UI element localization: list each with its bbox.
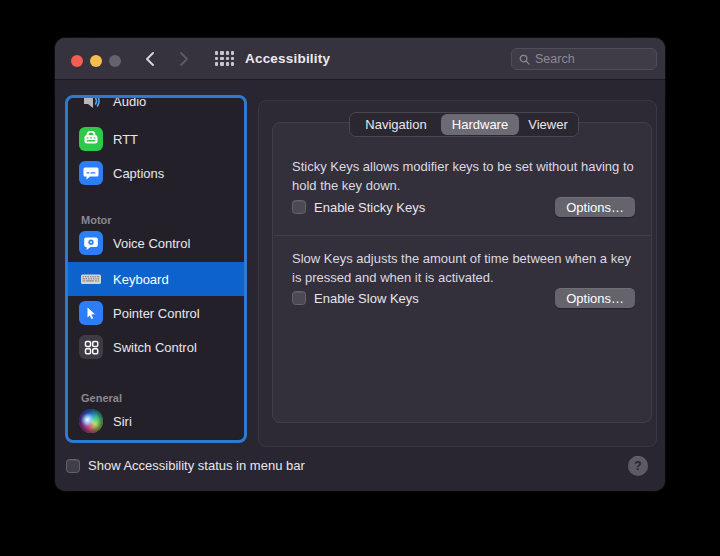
sidebar-item-label: RTT xyxy=(113,132,138,147)
sidebar-item-label: Siri xyxy=(113,414,132,429)
section-divider xyxy=(274,235,650,236)
search-field[interactable] xyxy=(511,48,657,70)
voice-control-icon xyxy=(79,231,103,255)
enable-slow-keys-label: Enable Slow Keys xyxy=(314,291,419,306)
sidebar-item-audio[interactable]: Audio xyxy=(68,95,244,118)
forward-button[interactable] xyxy=(173,49,195,69)
enable-slow-keys-checkbox[interactable] xyxy=(292,291,306,305)
tab-bar: Navigation Hardware Viewer xyxy=(349,112,579,137)
siri-icon xyxy=(79,409,103,433)
sidebar-item-label: Pointer Control xyxy=(113,306,200,321)
titlebar: Accessibility xyxy=(55,38,665,80)
sidebar-section-motor: Motor xyxy=(68,206,244,226)
tab-navigation[interactable]: Navigation xyxy=(351,114,441,135)
sidebar-item-rtt[interactable]: RTT xyxy=(68,122,244,156)
tab-hardware[interactable]: Hardware xyxy=(441,114,519,135)
sidebar-item-voice-control[interactable]: Voice Control xyxy=(68,226,244,260)
help-button[interactable]: ? xyxy=(628,456,648,476)
zoom-window-button-disabled xyxy=(109,55,121,67)
sidebar-item-pointer-control[interactable]: Pointer Control xyxy=(68,296,244,330)
sidebar-item-label: Keyboard xyxy=(113,272,169,287)
sidebar-section-general: General xyxy=(68,384,244,404)
window-title: Accessibility xyxy=(245,51,330,66)
switch-control-icon xyxy=(79,335,103,359)
show-accessibility-status-checkbox[interactable] xyxy=(66,459,80,473)
slow-keys-options-button[interactable]: Options… xyxy=(555,288,635,308)
footer-status-row: Show Accessibility status in menu bar xyxy=(66,458,305,473)
show-accessibility-status-label: Show Accessibility status in menu bar xyxy=(88,458,305,473)
sidebar-item-siri[interactable]: Siri xyxy=(68,404,244,438)
hardware-tab-panel: Sticky Keys allows modifier keys to be s… xyxy=(272,122,652,423)
sidebar-scroll-area: Audio xyxy=(68,98,244,440)
close-window-button[interactable] xyxy=(71,55,83,67)
sidebar-category-list: Audio xyxy=(65,95,247,443)
search-input[interactable] xyxy=(535,52,649,66)
sidebar-item-captions[interactable]: Captions xyxy=(68,156,244,190)
enable-sticky-keys-checkbox[interactable] xyxy=(292,200,306,214)
sticky-keys-row: Enable Sticky Keys Options… xyxy=(292,196,635,218)
show-all-grid-icon[interactable] xyxy=(215,51,234,66)
keyboard-icon xyxy=(79,267,103,291)
slow-keys-row: Enable Slow Keys Options… xyxy=(292,287,635,309)
sticky-keys-options-button[interactable]: Options… xyxy=(555,197,635,217)
captions-icon xyxy=(79,161,103,185)
slow-keys-description: Slow Keys adjusts the amount of time bet… xyxy=(292,249,636,287)
sidebar-item-label: Captions xyxy=(113,166,164,181)
sidebar-item-label: Audio xyxy=(113,95,146,109)
sidebar-item-label: Voice Control xyxy=(113,236,190,251)
back-button[interactable] xyxy=(138,49,160,69)
search-icon xyxy=(519,54,530,65)
desktop-background: Accessibility A xyxy=(0,0,720,556)
tab-viewer[interactable]: Viewer xyxy=(519,114,577,135)
sidebar-item-keyboard[interactable]: Keyboard xyxy=(68,262,244,296)
enable-sticky-keys-label: Enable Sticky Keys xyxy=(314,200,425,215)
chevron-right-icon xyxy=(179,51,190,67)
rtt-icon xyxy=(79,127,103,151)
pointer-control-icon xyxy=(79,301,103,325)
accessibility-preferences-window: Accessibility A xyxy=(55,38,665,491)
audio-icon xyxy=(79,95,103,113)
chevron-left-icon xyxy=(144,51,155,67)
sidebar-item-switch-control[interactable]: Switch Control xyxy=(68,330,244,364)
sticky-keys-description: Sticky Keys allows modifier keys to be s… xyxy=(292,157,636,195)
sidebar-item-label: Switch Control xyxy=(113,340,197,355)
minimize-window-button[interactable] xyxy=(90,55,102,67)
